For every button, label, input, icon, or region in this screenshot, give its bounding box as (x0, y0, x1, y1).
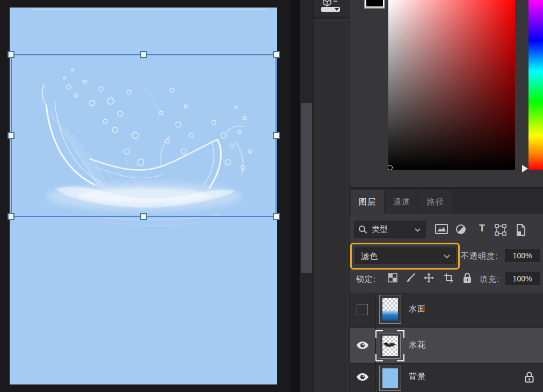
transform-handle-middle-right[interactable] (273, 132, 280, 139)
layer-thumbnail[interactable] (379, 295, 401, 324)
layer-filter-search[interactable]: 类型 (354, 221, 426, 238)
foreground-color-swatch[interactable] (364, 0, 385, 9)
chevron-down-icon (335, 8, 339, 11)
adjustment-layer-filter-icon[interactable] (455, 224, 469, 236)
color-picker-field[interactable] (388, 0, 515, 170)
layer-name: 背景 (409, 372, 426, 382)
tab-channels[interactable]: 通道 (386, 190, 418, 214)
panel-tabs: 图层 通道 路径 (350, 189, 543, 214)
right-panel-column: 图层 通道 路径 类型 (350, 0, 543, 392)
fill-label: 填充: (480, 274, 499, 285)
canvas-workspace (0, 0, 291, 392)
tab-layers[interactable]: 图层 (351, 190, 384, 214)
transform-handle-top-left[interactable] (8, 51, 15, 58)
layer-bounds-dashed-edge (31, 9, 267, 10)
visibility-toggle-empty[interactable] (357, 304, 368, 315)
layer-row-water-surface[interactable]: 水面 (350, 293, 543, 326)
layer-lock-icon (525, 372, 534, 383)
photoshop-window: 图层 通道 路径 类型 (0, 0, 543, 392)
dock-empty-well (315, 20, 348, 391)
opacity-value-field[interactable]: 100% (504, 249, 540, 263)
layer-name: 水花 (409, 340, 426, 350)
shape-layer-filter-icon[interactable] (495, 224, 509, 236)
type-layer-filter-icon[interactable]: T (476, 224, 490, 236)
layer-row-splash-selected[interactable]: 水花 (350, 328, 543, 363)
search-icon (358, 225, 367, 234)
chevron-down-icon (415, 228, 421, 232)
transform-bounding-box[interactable] (11, 54, 277, 217)
mini-dropdown[interactable] (321, 7, 340, 12)
filter-type-value: 类型 (372, 224, 388, 235)
fill-value-field[interactable]: 100% (504, 272, 540, 286)
lock-all-icon[interactable] (463, 273, 474, 284)
pixel-layer-filter-icon[interactable] (435, 224, 449, 236)
tab-paths[interactable]: 路径 (419, 190, 452, 214)
layer-name: 水面 (409, 304, 426, 314)
smart-object-filter-icon[interactable] (516, 224, 530, 236)
scrollbar-track[interactable] (300, 0, 313, 392)
scrollbar-thumb[interactable] (301, 103, 312, 273)
swatch-color (366, 0, 383, 6)
layers-panel: 类型 T (350, 214, 543, 392)
opacity-label: 不透明度: (461, 251, 498, 262)
transform-handle-bottom-middle[interactable] (140, 213, 147, 220)
transform-handle-middle-left[interactable] (8, 132, 15, 139)
collapsed-3d-panel-button[interactable] (314, 0, 349, 18)
workspace-edge (291, 0, 300, 392)
lock-position-icon[interactable] (424, 273, 435, 284)
3d-cube-icon (322, 0, 342, 7)
lock-transparency-icon[interactable] (388, 273, 399, 284)
panel-dock-strip (313, 0, 350, 392)
eye-icon[interactable] (356, 373, 369, 381)
transform-handle-top-middle[interactable] (140, 51, 147, 58)
eye-icon[interactable] (356, 341, 369, 350)
lock-artboard-icon[interactable] (444, 273, 454, 284)
transform-handle-top-right[interactable] (273, 51, 280, 58)
layer-thumbnail[interactable] (379, 366, 401, 391)
hue-slider[interactable] (528, 0, 543, 170)
layer-thumbnail[interactable] (380, 333, 401, 359)
lock-label: 锁定: (356, 274, 376, 285)
layer-row-background[interactable]: 背景 (350, 364, 543, 392)
lock-pixels-icon[interactable] (406, 273, 417, 284)
transform-handle-bottom-left[interactable] (8, 213, 15, 220)
annotation-highlight-box (350, 243, 460, 270)
hue-slider-marker[interactable] (522, 165, 528, 172)
color-field-cursor[interactable] (388, 165, 393, 170)
transform-handle-bottom-right[interactable] (273, 213, 280, 220)
